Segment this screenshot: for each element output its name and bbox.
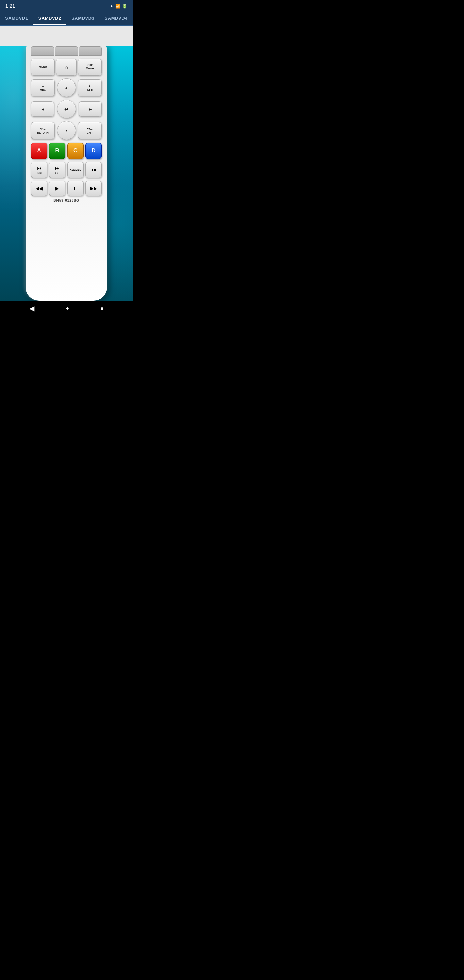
ad-subt-label: AD/SUBT. bbox=[70, 169, 81, 171]
rewind-button[interactable]: ◀◀ bbox=[31, 181, 47, 196]
pop-menu-button[interactable]: POPMenu bbox=[78, 59, 102, 76]
menu-button[interactable]: MENU bbox=[31, 59, 55, 76]
remote-control: MENU POPMenu REC INFO bbox=[25, 46, 107, 301]
status-time: 1:21 bbox=[5, 3, 15, 9]
stop-icon: ■ bbox=[91, 167, 95, 172]
color-buttons-row: A B C D bbox=[31, 143, 102, 159]
tab-samdvd1[interactable]: SAMDVD1 bbox=[0, 12, 33, 25]
up-button[interactable] bbox=[57, 78, 76, 97]
down-button[interactable] bbox=[57, 121, 76, 140]
up-arrow-icon bbox=[65, 86, 68, 89]
color-b-button[interactable]: B bbox=[49, 143, 65, 159]
nav-bar: ◀ ● ■ bbox=[0, 301, 133, 316]
wifi-icon: ▲ bbox=[110, 4, 114, 8]
nav-back-button[interactable]: ◀ bbox=[29, 304, 34, 312]
fast-forward-button[interactable]: ▶▶ bbox=[86, 181, 102, 196]
battery-icon: 🔋 bbox=[122, 4, 127, 8]
nav-recent-button[interactable]: ■ bbox=[100, 305, 103, 311]
down-arrow-icon bbox=[65, 129, 68, 132]
model-number: BN59-01268G bbox=[31, 199, 102, 202]
tab-bar: SAMDVD1 SAMDVD2 SAMDVD3 SAMDVD4 bbox=[0, 12, 133, 26]
skip-next-button[interactable]: ⏭ ▶▶| bbox=[49, 162, 65, 178]
return-button[interactable]: ↩≡ RETURN bbox=[31, 122, 55, 139]
return-icon: ↩≡ bbox=[40, 127, 45, 131]
left-button[interactable] bbox=[31, 102, 54, 117]
skip-next-icon: ⏭ bbox=[55, 166, 60, 171]
status-bar: 1:21 ▲ 📶 🔋 bbox=[0, 0, 133, 12]
status-icons: ▲ 📶 🔋 bbox=[110, 4, 127, 8]
pause-button[interactable]: ⏸ bbox=[67, 181, 84, 196]
signal-icon: 📶 bbox=[115, 4, 121, 8]
tab-samdvd3[interactable]: SAMDVD3 bbox=[66, 12, 100, 25]
rewind-icon: ◀◀ bbox=[36, 186, 43, 191]
ad-subt-button[interactable]: AD/SUBT. bbox=[67, 162, 84, 178]
remote-top-partial-row bbox=[31, 46, 102, 56]
fast-forward-icon: ▶▶ bbox=[90, 186, 97, 191]
play-button[interactable]: ▶ bbox=[49, 181, 65, 196]
exit-icon: ↪≡ bbox=[87, 127, 92, 131]
ok-button[interactable] bbox=[57, 100, 76, 118]
skip-prev-button[interactable]: ⏮ |◀◀ bbox=[31, 162, 47, 178]
menu-home-pop-row: MENU POPMenu bbox=[31, 59, 102, 76]
stop-button[interactable]: ■ bbox=[86, 162, 102, 178]
rec-icon bbox=[42, 84, 44, 88]
left-arrow-icon bbox=[41, 108, 44, 111]
tab-samdvd2[interactable]: SAMDVD2 bbox=[33, 12, 67, 25]
color-d-button[interactable]: D bbox=[86, 143, 102, 159]
color-c-button[interactable]: C bbox=[67, 143, 84, 159]
left-center-right-row bbox=[31, 100, 102, 118]
nav-home-button[interactable]: ● bbox=[66, 305, 69, 311]
skip-prev-icon: ⏮ bbox=[37, 166, 41, 171]
exit-button[interactable]: ↪≡ EXIT bbox=[78, 122, 102, 139]
skip-ad-row: ⏮ |◀◀ ⏭ ▶▶| AD/SUBT. ■ bbox=[31, 162, 102, 178]
right-button[interactable] bbox=[79, 102, 102, 117]
rec-button[interactable]: REC bbox=[31, 79, 55, 96]
home-icon bbox=[65, 64, 68, 71]
tab-samdvd4[interactable]: SAMDVD4 bbox=[100, 12, 133, 25]
btn-partial-right bbox=[79, 46, 102, 56]
play-icon: ▶ bbox=[56, 186, 59, 191]
home-button[interactable] bbox=[56, 59, 76, 76]
info-button[interactable]: INFO bbox=[78, 79, 102, 96]
btn-partial-center bbox=[55, 46, 78, 56]
btn-partial-left bbox=[31, 46, 54, 56]
info-icon bbox=[89, 83, 90, 88]
ad-banner bbox=[0, 26, 133, 46]
color-a-button[interactable]: A bbox=[31, 143, 47, 159]
ok-icon bbox=[64, 107, 68, 112]
transport-row: ◀◀ ▶ ⏸ ▶▶ bbox=[31, 181, 102, 196]
return-down-exit-row: ↩≡ RETURN ↪≡ EXIT bbox=[31, 121, 102, 140]
rec-up-info-row: REC INFO bbox=[31, 78, 102, 97]
pause-icon: ⏸ bbox=[73, 186, 78, 191]
main-content: MENU POPMenu REC INFO bbox=[0, 46, 133, 301]
right-arrow-icon bbox=[89, 108, 92, 111]
